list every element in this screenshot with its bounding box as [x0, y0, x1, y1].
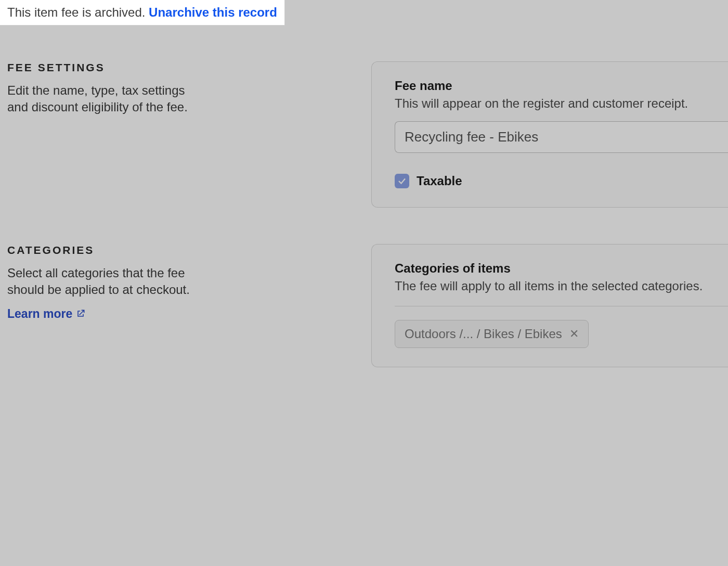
categories-divider: [395, 306, 728, 306]
categories-description: Select all categories that the fee shoul…: [7, 265, 200, 299]
fee-name-help: This will appear on the register and cus…: [395, 96, 728, 111]
fee-name-input[interactable]: [395, 121, 728, 153]
taxable-checkbox[interactable]: [395, 174, 409, 188]
categories-section: CATEGORIES Select all categories that th…: [0, 208, 728, 367]
categories-card-help: The fee will apply to all items in the s…: [395, 279, 728, 293]
taxable-label: Taxable: [417, 174, 462, 188]
close-icon[interactable]: ✕: [569, 328, 579, 340]
fee-settings-card: Fee name This will appear on the registe…: [371, 61, 728, 208]
learn-more-label: Learn more: [7, 307, 72, 321]
unarchive-link[interactable]: Unarchive this record: [149, 5, 277, 19]
fee-settings-section: FEE SETTINGS Edit the name, type, tax se…: [0, 30, 728, 208]
fee-settings-heading: FEE SETTINGS: [7, 61, 350, 74]
fee-settings-description: Edit the name, type, tax settings and di…: [7, 82, 200, 116]
categories-heading: CATEGORIES: [7, 244, 350, 256]
learn-more-link[interactable]: Learn more: [7, 307, 86, 321]
archived-message: This item fee is archived.: [7, 5, 149, 19]
external-link-icon: [75, 308, 86, 319]
archived-banner: This item fee is archived. Unarchive thi…: [0, 0, 285, 25]
check-icon: [397, 176, 407, 186]
category-chip-label: Outdoors /... / Bikes / Ebikes: [405, 327, 562, 341]
category-chip[interactable]: Outdoors /... / Bikes / Ebikes ✕: [395, 320, 589, 348]
categories-card: Categories of items The fee will apply t…: [371, 244, 728, 367]
categories-card-label: Categories of items: [395, 261, 728, 276]
fee-name-label: Fee name: [395, 79, 728, 93]
